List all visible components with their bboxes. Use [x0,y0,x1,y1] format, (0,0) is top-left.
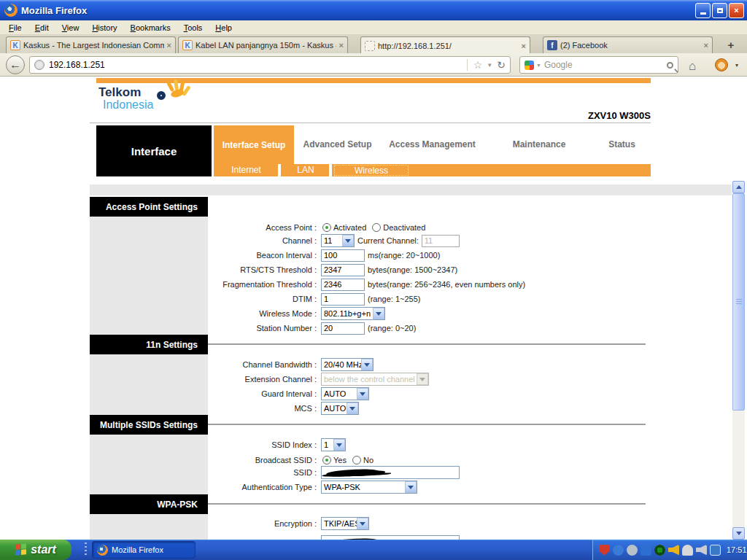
auth-type-select[interactable]: WPA-PSK [321,481,417,494]
url-dropdown-icon[interactable]: ▼ [487,62,492,69]
menu-history[interactable]: History [86,22,123,34]
chevron-down-icon [364,363,370,367]
restore-button[interactable] [712,3,727,18]
url-bar[interactable]: ☆ ▼ ↻ [29,56,511,74]
row-ssid: SSID : [0,465,460,480]
station-number-field[interactable] [321,322,365,335]
radio-broadcast-yes[interactable] [322,456,331,464]
menu-view[interactable]: View [56,22,85,34]
search-magnifier-icon[interactable] [667,62,673,69]
frag-threshold-field[interactable] [321,279,365,291]
tab-close-icon[interactable]: × [167,41,171,50]
nav-tab-interface-setup[interactable]: Interface Setup [214,125,294,164]
beacon-interval-field[interactable] [321,249,365,262]
facebook-favicon-icon: f [547,40,557,50]
search-engine-dropdown-icon[interactable]: ▼ [536,63,541,68]
search-input[interactable] [544,60,667,70]
telkom-logo: Telkom Indonesia [98,85,186,120]
row-encryption: Encryption : TKIP/AES [0,516,369,531]
bookmark-star-icon[interactable]: ☆ [473,59,483,71]
audio-device-icon[interactable] [696,545,707,556]
security-alert-icon[interactable] [599,545,610,556]
url-input[interactable] [49,60,467,70]
ssid-redacted-scribble [326,468,379,477]
menu-file[interactable]: File [3,22,28,34]
home-icon[interactable]: ⌂ [689,59,696,74]
chevron-down-icon [360,522,365,526]
nav-tab-maintenance[interactable]: Maintenance [492,130,586,159]
network-connection-icon[interactable] [640,545,651,556]
radio-activated[interactable] [322,223,331,232]
messenger-icon[interactable] [627,545,638,556]
scroll-up-button[interactable] [732,181,745,193]
device-model: ZXV10 W300S [511,110,651,121]
section-wpa-psk: WPA-PSK [90,494,208,514]
search-box[interactable]: ▼ [519,56,678,74]
menu-help[interactable]: Help [209,22,238,34]
mcs-select[interactable]: AUTO [321,402,359,415]
page-content: Telkom Indonesia ZXV10 W300S Interface I… [0,77,747,540]
close-button[interactable]: × [729,3,744,18]
new-tab-button[interactable]: + [722,37,740,52]
tab-kaskus-1[interactable]: K Kaskus - The Largest Indonesian Commu.… [6,36,176,53]
taskbar-firefox-button[interactable]: Mozilla Firefox [92,541,196,559]
nav-tab-advanced-setup[interactable]: Advanced Setup [295,130,379,159]
menu-tools[interactable]: Tools [178,22,209,34]
navigation-toolbar: ← ☆ ▼ ↻ ▼ ⌂ ▾ [0,53,747,77]
section-11n-settings: 11n Settings [90,335,208,354]
blank-favicon-icon [365,41,375,51]
subtab-lan[interactable]: LAN [283,165,328,176]
ssid-index-select[interactable]: 1 [321,438,346,451]
rts-threshold-field[interactable] [321,264,365,276]
channel-bandwidth-select[interactable]: 20/40 MHz [321,358,374,371]
encryption-select[interactable]: TKIP/AES [321,517,369,530]
firefox-icon [4,4,18,17]
ssid-field[interactable] [321,466,460,479]
radio-deactivated[interactable] [372,223,381,232]
current-section-label: Interface [96,125,212,176]
row-preshared-key-partial [0,534,460,540]
nav-tab-access-management[interactable]: Access Management [383,130,481,159]
section-multiple-ssids-settings: Multiple SSIDs Settings [90,415,208,435]
subtab-wireless-active[interactable]: Wireless [334,165,409,176]
tab-facebook[interactable]: f (2) Facebook × [543,36,713,53]
subtab-internet[interactable]: Internet [215,165,277,176]
dtim-field[interactable] [321,293,365,306]
radio-broadcast-no[interactable] [352,456,361,464]
toolbar-overflow-icon[interactable]: ▾ [735,62,738,69]
chevron-down-icon [349,407,355,411]
tab-close-icon[interactable]: × [704,41,708,50]
extension-channel-select: below the control channel [321,373,429,386]
tab-close-icon[interactable]: × [339,41,344,50]
scrollbar-thumb[interactable] [732,193,745,411]
volume-icon[interactable] [668,545,679,556]
extension-monkey-icon[interactable] [715,58,728,71]
menu-edit[interactable]: Edit [29,22,55,34]
channel-select[interactable]: 11 [321,234,355,247]
keys-utility-icon[interactable] [682,545,693,556]
minimize-button[interactable] [695,3,711,18]
lan-status-icon[interactable] [710,545,721,556]
guard-interval-select[interactable]: AUTO [321,387,369,400]
tab-router-active[interactable]: http://192.168.1.251/ × [360,36,530,54]
start-button[interactable]: start [0,540,71,560]
tab-close-icon[interactable]: × [522,42,526,50]
site-globe-icon [34,60,44,70]
nav-tab-status[interactable]: Status [595,130,649,159]
row-channel: Channel : 11 Current Channel: [0,233,460,248]
wireless-mode-select[interactable]: 802.11b+g+n [321,307,385,320]
chevron-down-icon [360,392,365,396]
row-rts-threshold: RTS/CTS Threshold : bytes(range: 1500~23… [0,262,457,277]
tab-kaskus-2[interactable]: K Kabel LAN panjangnya 150m - Kaskus - T… [178,36,348,53]
frame-scrollbar[interactable] [732,181,745,540]
chevron-down-icon [408,486,414,489]
quick-launch-separator [85,542,87,557]
tab-title: (2) Facebook [560,41,701,50]
reload-icon[interactable]: ↻ [497,59,506,71]
row-dtim: DTIM : (range: 1~255) [0,292,420,306]
antivirus-icon[interactable] [654,545,665,556]
scroll-down-button[interactable] [732,527,745,540]
back-button[interactable]: ← [6,55,25,74]
menu-bookmarks[interactable]: Bookmarks [125,22,177,34]
update-notify-icon[interactable] [613,545,624,556]
